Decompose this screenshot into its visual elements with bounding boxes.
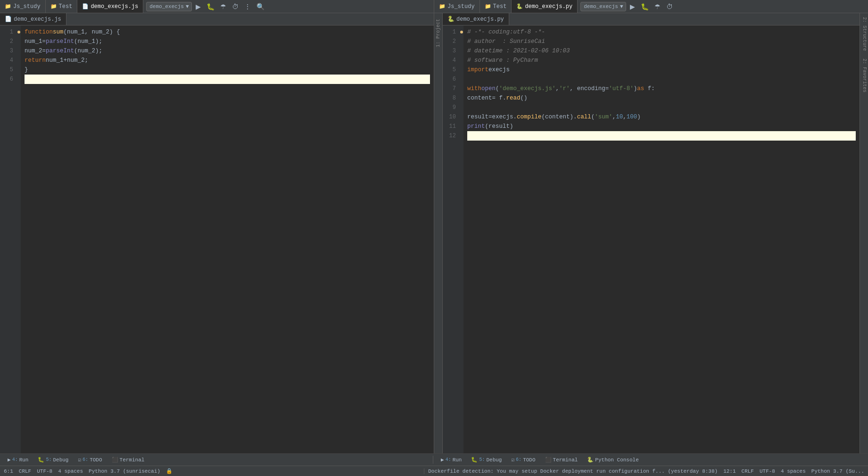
right-toolbar: demo_execjs ▼ ▶ 🐛 ☂ ⏱ bbox=[578, 2, 678, 11]
debug-tab-right[interactable]: 🐛 5: Debug bbox=[467, 456, 505, 464]
top-tabs-bar: 📁 Js_study 📁 Test 📄 demo_execjs.js demo_… bbox=[0, 0, 868, 13]
run-tab[interactable]: ▶ 4: Run bbox=[4, 456, 32, 464]
py-line-3: # datetime : 2021-02-06 10:03 bbox=[467, 46, 856, 56]
right-editor-main: 🐍 demo_execjs.py 1 2 3 4 5 6 7 8 9 10 11 bbox=[443, 13, 860, 453]
tab-test-right[interactable]: 📁 Test bbox=[480, 0, 512, 13]
debug-tab-right-label: Debug bbox=[486, 457, 502, 463]
left-file-tab[interactable]: 📄 demo_execjs.js bbox=[0, 13, 66, 25]
run-tab-right[interactable]: ▶ 4: Run bbox=[437, 456, 465, 464]
run-config-dropdown-left[interactable]: demo_execjs ▼ bbox=[146, 2, 192, 11]
todo-tab-num: 6: bbox=[83, 457, 88, 462]
run-tab-icon: ▶ bbox=[8, 457, 11, 463]
indent-left: 4 spaces bbox=[58, 468, 83, 474]
code-line-1: function sum(num_1, num_2) { bbox=[25, 27, 430, 37]
todo-tab-right[interactable]: ☑ 6: TODO bbox=[507, 456, 539, 464]
py-line-9 bbox=[467, 103, 856, 112]
tab-demo-execjs-py-label: demo_execjs.py bbox=[525, 3, 572, 10]
project-sidebar[interactable]: 1: Project bbox=[434, 13, 443, 453]
tab-js-study-label: Js_study bbox=[13, 3, 41, 10]
py-line-7: with open('demo_execjs.js', 'r', encodin… bbox=[467, 84, 856, 93]
todo-tab-icon: ☑ bbox=[78, 457, 81, 463]
py-line-6 bbox=[467, 75, 856, 84]
tab-js-study-right-label: Js_study bbox=[447, 3, 475, 10]
profile-button-left[interactable]: ⏱ bbox=[230, 2, 240, 11]
project-sidebar-label: 1: Project bbox=[436, 19, 441, 47]
debug-button-left[interactable]: 🐛 bbox=[205, 2, 216, 11]
indent-right: 4 spaces bbox=[781, 468, 806, 474]
tab-js-study[interactable]: 📁 Js_study bbox=[0, 0, 46, 13]
python-icon: 🐍 bbox=[516, 3, 523, 9]
todo-tab[interactable]: ☑ 6: TODO bbox=[74, 456, 106, 464]
coverage-button-left[interactable]: ☂ bbox=[218, 2, 228, 11]
code-line-5: } bbox=[25, 65, 430, 75]
left-file-tab-icon: 📄 bbox=[5, 16, 12, 23]
status-right: Dockerfile detection: You may setup Dock… bbox=[424, 468, 868, 474]
run-tab-right-icon: ▶ bbox=[441, 457, 444, 463]
structure-label[interactable]: 2: Structure bbox=[860, 13, 868, 55]
main-area: 📄 demo_execjs.js 1 2 3 4 5 6 bbox=[0, 13, 868, 453]
run-config-label-right: demo_execjs bbox=[584, 4, 618, 9]
favorites-label[interactable]: 2: Favorites bbox=[860, 55, 868, 96]
debug-tab[interactable]: 🐛 5: Debug bbox=[34, 456, 72, 464]
right-tabs-group: 📁 Js_study 📁 Test 🐍 demo_execjs.py demo_… bbox=[434, 0, 868, 13]
folder-icon-r2: 📁 bbox=[485, 3, 491, 9]
py-line-11: print(result) bbox=[467, 122, 856, 131]
left-toolbar: demo_execjs ▼ ▶ 🐛 ☂ ⏱ ⋮ 🔍 bbox=[143, 2, 269, 11]
run-tab-right-num: 4: bbox=[446, 457, 451, 462]
code-line-6 bbox=[25, 75, 430, 84]
todo-tab-right-icon: ☑ bbox=[511, 457, 514, 463]
tab-test[interactable]: 📁 Test bbox=[46, 0, 78, 13]
debug-button-right[interactable]: 🐛 bbox=[639, 2, 651, 11]
py-line-1: # -*- coding:utf-8 -*- bbox=[467, 27, 856, 37]
right-code-content[interactable]: # -*- coding:utf-8 -*- # author : Sunris… bbox=[463, 25, 860, 453]
debug-tab-icon: 🐛 bbox=[38, 457, 44, 463]
terminal-tab[interactable]: ⬛ Terminal bbox=[108, 456, 149, 464]
terminal-tab-right-icon: ⬛ bbox=[545, 457, 552, 463]
tab-test-label: Test bbox=[59, 3, 73, 10]
more-button-left[interactable]: ⋮ bbox=[242, 2, 253, 11]
run-config-label-left: demo_execjs bbox=[149, 4, 184, 9]
tab-demo-execjs-js[interactable]: 📄 demo_execjs.js bbox=[77, 0, 143, 13]
dropdown-arrow-right: ▼ bbox=[620, 4, 623, 9]
dropdown-arrow: ▼ bbox=[186, 4, 189, 9]
debug-tab-num: 5: bbox=[46, 457, 51, 462]
left-tabs-group: 📁 Js_study 📁 Test 📄 demo_execjs.js demo_… bbox=[0, 0, 434, 13]
left-gutter bbox=[17, 25, 21, 453]
python-console-tab[interactable]: 🐍 Python Console bbox=[583, 456, 642, 464]
left-code-content[interactable]: function sum(num_1, num_2) { num_1 = par… bbox=[21, 25, 434, 453]
left-code-editor[interactable]: 1 2 3 4 5 6 function sum(num_1, num_2) {… bbox=[0, 25, 434, 453]
tab-test-right-label: Test bbox=[493, 3, 507, 10]
run-config-dropdown-right[interactable]: demo_execjs ▼ bbox=[580, 2, 626, 11]
right-side-panels: 2: Structure 2: Favorites bbox=[860, 13, 868, 453]
tab-js-study-right[interactable]: 📁 Js_study bbox=[434, 0, 480, 13]
right-editor: 1: Project 🐍 demo_execjs.py 1 2 3 4 5 6 bbox=[434, 13, 868, 453]
crlf-right: CRLF bbox=[742, 468, 754, 474]
debug-tab-right-icon: 🐛 bbox=[471, 457, 478, 463]
todo-tab-right-num: 6: bbox=[516, 457, 521, 462]
run-button-right[interactable]: ▶ bbox=[628, 2, 637, 11]
search-button-left[interactable]: 🔍 bbox=[255, 2, 266, 11]
code-line-3: num_2 = parseInt(num_2); bbox=[25, 46, 430, 56]
tab-demo-execjs-py[interactable]: 🐍 demo_execjs.py bbox=[512, 0, 578, 13]
run-button-left[interactable]: ▶ bbox=[194, 2, 203, 11]
coverage-button-right[interactable]: ☂ bbox=[653, 2, 662, 11]
folder-icon: 📁 bbox=[5, 3, 11, 9]
py-line-12 bbox=[467, 131, 856, 141]
right-file-tab-bar: 🐍 demo_execjs.py bbox=[443, 13, 860, 25]
right-gutter bbox=[460, 25, 463, 453]
encoding-right: UTF-8 bbox=[760, 468, 775, 474]
run-tab-right-label: Run bbox=[453, 457, 462, 463]
bottom-toolbar-left: ▶ 4: Run 🐛 5: Debug ☑ 6: TODO ⬛ Terminal bbox=[4, 456, 431, 464]
run-tab-label: Run bbox=[19, 457, 29, 463]
right-code-editor[interactable]: 1 2 3 4 5 6 7 8 9 10 11 12 bbox=[443, 25, 860, 453]
code-line-2: num_1 = parseInt(num_1); bbox=[25, 37, 430, 46]
right-file-tab[interactable]: 🐍 demo_execjs.py bbox=[443, 13, 509, 25]
run-tab-num: 4: bbox=[12, 457, 18, 462]
terminal-tab-label: Terminal bbox=[120, 457, 145, 463]
lock-icon: 🔒 bbox=[166, 468, 173, 474]
file-icon: 📄 bbox=[82, 3, 89, 9]
profile-button-right[interactable]: ⏱ bbox=[664, 2, 675, 11]
terminal-tab-right[interactable]: ⬛ Terminal bbox=[541, 456, 582, 464]
py-line-10: result = execjs.compile(content).call('s… bbox=[467, 112, 856, 122]
python-right: Python 3.7 (Su... bbox=[811, 468, 864, 474]
